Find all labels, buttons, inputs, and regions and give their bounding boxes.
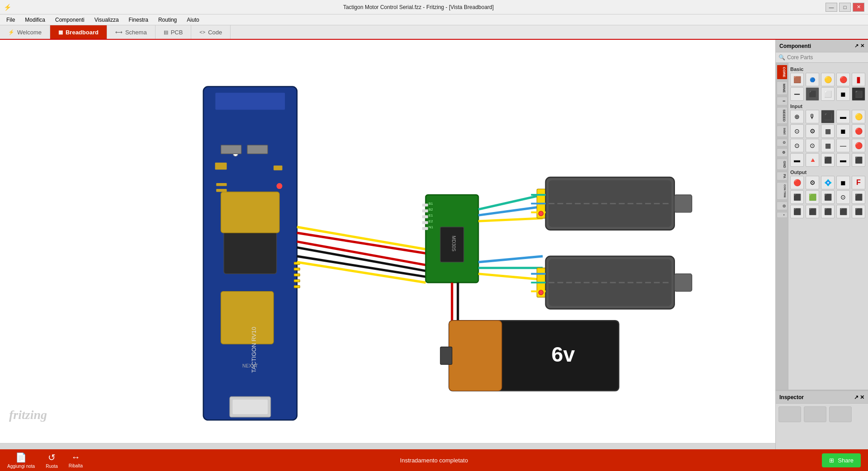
comp-red2[interactable]: 🔴 [852,139,865,152]
comp-wire[interactable]: ━━ [790,87,804,101]
comp-slider[interactable]: ▬ [836,110,850,123]
svg-rect-6 [274,165,282,170]
side-tab-dot[interactable]: • [777,212,788,218]
inspector-close-icon[interactable]: ✕ [860,394,864,400]
svg-text:N1: N1 [429,225,433,229]
comp-row1[interactable]: ⬛ [790,205,804,218]
comp-diode[interactable]: ▮ [852,73,865,86]
comp-sq[interactable]: ⬛ [821,153,835,167]
comp-row4[interactable]: ⬛ [836,205,850,218]
search-input[interactable] [787,54,865,61]
menu-aiuto[interactable]: Aiuto [182,16,203,24]
comp-seg[interactable]: ⬛ [821,190,835,204]
tab-welcome[interactable]: ⚡ Welcome [0,25,50,39]
window-title: Tactigon Motor Control Serial.fzz - Frit… [11,4,826,10]
menu-finestra[interactable]: Finestra [124,16,153,24]
menu-file[interactable]: File [2,16,19,24]
comp-oled[interactable]: ⊙ [836,190,850,204]
side-tab-seeed[interactable]: SEEED [777,107,788,124]
svg-point-17 [277,183,283,189]
comp-gear2[interactable]: ⊙ [806,139,819,152]
tab-breadboard[interactable]: ▦ Breadboard [50,25,107,39]
comp-encoder[interactable]: ⚙ [806,124,819,138]
canvas-hscroll[interactable] [0,443,775,449]
canvas-area[interactable]: TACTIGON RV10 NEXXT [0,40,775,449]
menu-visualizza[interactable]: Visualizza [90,16,123,24]
close-icon[interactable]: ✕ [860,43,864,49]
close-button[interactable]: ✕ [853,3,864,12]
comp-sensor[interactable]: ⊕ [790,110,804,123]
comp-motor[interactable]: 🔴 [790,176,804,189]
menu-componenti[interactable]: Componenti [51,16,89,24]
add-note-label: Aggiungi nota [7,464,35,469]
add-note-button[interactable]: 📄 Aggiungi nota [7,452,35,469]
grid-area: Basic 🟫 🔵 🟡 🔴 ▮ ━━ ⬛ ⬜ ◼ ⬛ Input [788,63,868,390]
inspector-expand-icon[interactable]: ↗ [854,394,859,400]
maximize-button[interactable]: □ [839,3,851,12]
flip-button[interactable]: ↔ Ribalta [69,452,83,468]
comp-black[interactable]: ⬛ [852,87,865,101]
inspector-tab-1[interactable] [778,406,801,422]
side-tab-core[interactable]: CORE [777,65,788,80]
side-tab-gear[interactable]: ⚙ [777,148,788,157]
comp-switch[interactable]: 🔴 [836,73,850,86]
comp-row2[interactable]: ⬛ [806,205,819,218]
side-tab-gnd[interactable]: GND [777,159,788,170]
share-button[interactable]: ⊞ Share [822,453,861,467]
components-body: CORE MINE ∞ SEEED intel ⊙ ⚙ GND PA CON T… [776,63,868,390]
expand-icon[interactable]: ↗ [854,43,859,49]
comp-servo[interactable]: ⚙ [806,176,819,189]
comp-mic[interactable]: 🎙 [806,110,819,123]
svg-text:MD30S: MD30S [451,236,456,252]
inspector-tab-2[interactable] [804,406,826,422]
output-icon-grid: 🔴 ⚙ 💠 ◼ F ⬛ 🟩 ⬛ ⊙ ⬛ ⬛ ⬛ ⬛ ⬛ ⬛ [790,176,866,218]
comp-blk[interactable]: ⬛ [852,190,865,204]
comp-dip[interactable]: ◼ [836,124,850,138]
share-label: Share [838,457,854,464]
side-tab-contrib[interactable]: CON TRIB [777,182,788,200]
comp-sq2[interactable]: ⬛ [852,153,865,167]
comp-button[interactable]: ⬛ [821,110,835,123]
comp-photores[interactable]: ⊙ [790,124,804,138]
comp-capacitor[interactable]: 🔵 [806,73,819,86]
side-tab-eye[interactable]: ◎ [777,202,788,210]
inspector-tab-3[interactable] [829,406,852,422]
comp-strip[interactable]: 🟩 [806,190,819,204]
minimize-button[interactable]: — [826,3,837,12]
comp-row5[interactable]: ⬛ [852,205,865,218]
comp-line[interactable]: — [836,139,850,152]
comp-row3[interactable]: ⬛ [821,205,835,218]
comp-relay[interactable]: ◼ [836,87,850,101]
side-tab-mine[interactable]: MINE [777,81,788,95]
comp-transistor[interactable]: ⬜ [821,87,835,101]
comp-f[interactable]: F [852,176,865,189]
tab-pcb[interactable]: ▤ PCB [156,25,192,39]
menu-routing[interactable]: Routing [154,16,181,24]
comp-dash[interactable]: ▬ [836,153,850,167]
side-tab-loop[interactable]: ∞ [777,97,788,105]
right-panel: Componenti ↗ ✕ 🔍 CORE MINE ∞ SEEED [775,40,868,449]
components-header: Componenti ↗ ✕ [776,40,868,52]
comp-pot[interactable]: 🟡 [852,110,865,123]
tab-schema[interactable]: ⟷ Schema [107,25,156,39]
tab-code[interactable]: <> Code [191,25,231,39]
rotate-button[interactable]: ↺ Ruota [46,452,58,469]
comp-bar[interactable]: ▬ [790,153,804,167]
svg-text:6v: 6v [552,343,575,366]
comp-display[interactable]: ◼ [836,176,850,189]
motor-bottom [531,256,692,309]
comp-kbd[interactable]: ▦ [821,124,835,138]
comp-resistor[interactable]: 🟫 [790,73,804,86]
comp-board[interactable]: ▦ [821,139,835,152]
menu-modifica[interactable]: Modifica [20,16,50,24]
comp-ic[interactable]: ⬛ [806,87,819,101]
side-tab-circle[interactable]: ⊙ [777,139,788,146]
comp-triangle[interactable]: 🔺 [806,153,819,167]
comp-circle2[interactable]: ⊙ [790,139,804,152]
comp-matrix[interactable]: ⬛ [790,190,804,204]
side-tab-intel[interactable]: intel [777,126,788,137]
comp-buzzer[interactable]: 💠 [821,176,835,189]
comp-red[interactable]: 🔴 [852,124,865,138]
side-tab-pa[interactable]: PA [777,172,788,180]
comp-led[interactable]: 🟡 [821,73,835,86]
